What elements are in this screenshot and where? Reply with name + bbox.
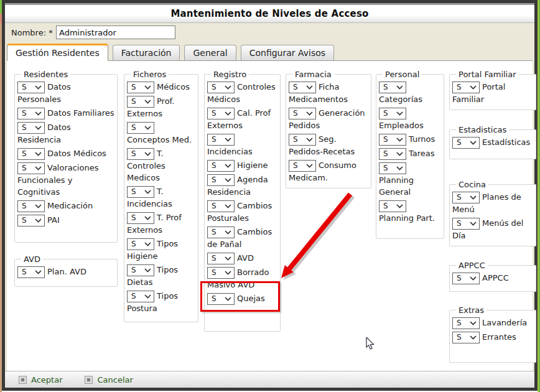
select-value: S xyxy=(383,200,388,212)
access-level-select[interactable]: S xyxy=(207,267,235,279)
select-value: S xyxy=(212,200,216,212)
access-level-select[interactable]: S xyxy=(452,332,480,343)
access-item-datos-residencia: SDatos Residencia xyxy=(17,121,114,146)
access-item-planning-general: SPlanning General xyxy=(379,162,441,198)
chevron-down-icon xyxy=(396,111,403,116)
select-value: S xyxy=(131,291,136,302)
access-level-select[interactable]: S xyxy=(127,212,154,224)
access-level-select[interactable]: S xyxy=(207,134,235,146)
group-title: Estadisticas xyxy=(456,125,509,134)
select-value: S xyxy=(131,212,136,224)
chevron-down-icon xyxy=(470,276,477,281)
select-value: S xyxy=(383,82,388,93)
chevron-down-icon xyxy=(144,85,151,90)
chevron-down-icon xyxy=(35,270,42,274)
access-item-label: Categorías xyxy=(379,95,422,104)
access-level-select[interactable]: S xyxy=(379,200,406,212)
select-value: S xyxy=(22,148,27,160)
access-level-select[interactable]: S xyxy=(452,218,480,230)
access-item-errantes: SErrantes xyxy=(452,331,533,343)
select-value: S xyxy=(22,215,27,226)
access-level-select[interactable]: S xyxy=(127,148,154,160)
access-item-ficha-medicamentos: SFicha Medicamentos xyxy=(289,81,368,105)
access-item-label: Tareas xyxy=(409,149,435,158)
chevron-down-icon xyxy=(396,166,403,170)
chevron-down-icon xyxy=(396,152,403,156)
access-level-select[interactable]: S xyxy=(127,122,154,134)
select-value: S xyxy=(383,108,388,119)
access-level-select[interactable]: S xyxy=(452,137,480,149)
access-level-select[interactable]: S xyxy=(379,162,406,174)
accept-button[interactable]: Aceptar xyxy=(19,375,62,385)
chevron-down-icon xyxy=(470,141,477,145)
access-level-select[interactable]: S xyxy=(452,273,480,284)
select-value: S xyxy=(131,148,136,160)
access-level-select[interactable]: S xyxy=(207,108,235,119)
group-farmacia: FarmaciaSFicha MedicamentosSGeneración P… xyxy=(286,70,371,189)
access-level-select[interactable]: S xyxy=(127,186,154,198)
chevron-down-icon xyxy=(470,85,477,90)
access-level-select[interactable]: S xyxy=(207,253,235,264)
tab-gestion-residentes[interactable]: Gestión Residentes xyxy=(7,44,108,61)
select-value: S xyxy=(457,218,462,230)
access-item-plan-avd: SPlan. AVD xyxy=(17,266,114,278)
group-residentes: ResidentesSDatos PersonalesSDatos Famili… xyxy=(14,70,118,243)
access-level-select[interactable]: S xyxy=(17,122,45,134)
tab-configurar-avisos[interactable]: Configurar Avisos xyxy=(241,45,334,60)
access-level-select[interactable]: S xyxy=(17,108,45,119)
access-level-select[interactable]: S xyxy=(379,108,406,119)
access-item-turnos: STurnos xyxy=(379,133,441,146)
access-level-select[interactable]: S xyxy=(289,160,316,172)
select-value: S xyxy=(22,82,27,93)
access-level-select[interactable]: S xyxy=(17,82,45,93)
group-title: Extras xyxy=(456,306,486,315)
access-level-select[interactable]: S xyxy=(127,238,154,250)
tab-facturacion[interactable]: Facturación xyxy=(113,45,180,60)
select-value: S xyxy=(212,267,216,279)
cancel-button[interactable]: Cancelar xyxy=(85,375,133,385)
access-level-select[interactable]: S xyxy=(17,215,45,226)
access-item-label: Estadísticas xyxy=(482,138,530,147)
access-item-planes-de-menu: SPlanes de Menú xyxy=(452,191,533,215)
access-level-select[interactable]: S xyxy=(207,226,235,238)
access-level-select[interactable]: S xyxy=(207,200,235,212)
access-level-select[interactable]: S xyxy=(17,162,45,174)
group-extras: ExtrasSLavanderíaSErrantes xyxy=(449,306,536,363)
access-item-conceptos-med: SConceptos Med. xyxy=(127,121,195,146)
access-level-select[interactable]: S xyxy=(379,82,406,93)
group-cocina: CocinaSPlanes de MenúSMenús del Día xyxy=(449,180,536,246)
group-title: Residentes xyxy=(21,70,70,79)
access-level-select[interactable]: S xyxy=(207,160,235,172)
access-level-select[interactable]: S xyxy=(289,134,316,146)
access-level-select[interactable]: S xyxy=(17,148,45,160)
access-level-select[interactable]: S xyxy=(207,174,235,186)
button-square-icon xyxy=(85,376,93,384)
tab-general[interactable]: General xyxy=(184,45,236,60)
access-level-select[interactable]: S xyxy=(289,82,316,93)
access-level-select[interactable]: S xyxy=(17,266,45,278)
chevron-down-icon xyxy=(225,204,231,208)
chevron-down-icon xyxy=(144,268,151,273)
group-title: Ficheros xyxy=(131,70,169,79)
access-level-select[interactable]: S xyxy=(452,82,480,93)
name-input[interactable] xyxy=(56,26,175,39)
access-item-medicos: SMédicos xyxy=(127,81,195,93)
access-level-select[interactable]: S xyxy=(452,192,480,203)
access-level-select[interactable]: S xyxy=(127,291,154,302)
access-level-select[interactable]: S xyxy=(452,317,480,329)
access-level-select[interactable]: S xyxy=(379,134,406,146)
access-level-select[interactable]: S xyxy=(379,148,406,160)
access-level-select[interactable]: S xyxy=(127,264,154,276)
group-title: Registro xyxy=(211,70,249,79)
access-item-datos-familiares: SDatos Familiares xyxy=(17,107,114,119)
access-item-valoraciones-funcionales-y-cognitivas: SValoraciones Funcionales y Cognitivas xyxy=(17,162,114,198)
access-level-select[interactable]: S xyxy=(207,82,235,93)
access-item-datos-medicos: SDatos Médicos xyxy=(17,147,114,160)
chevron-down-icon xyxy=(225,164,231,168)
group-estadisticas: EstadisticasSEstadísticas xyxy=(449,125,536,159)
select-value: S xyxy=(383,134,388,146)
access-level-select[interactable]: S xyxy=(17,200,45,212)
access-level-select[interactable]: S xyxy=(289,108,316,119)
access-level-select[interactable]: S xyxy=(127,82,154,93)
access-level-select[interactable]: S xyxy=(127,96,154,108)
